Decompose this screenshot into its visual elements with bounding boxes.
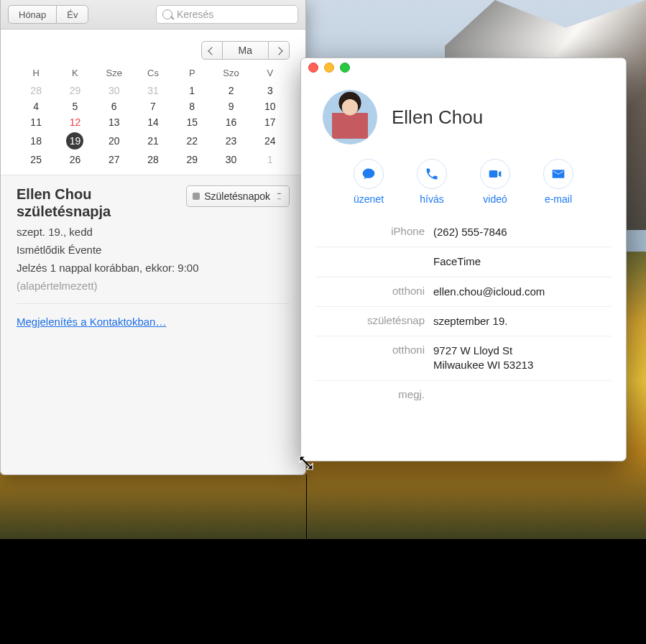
calendar-day[interactable]: 16 (211, 114, 250, 130)
day-header: P (172, 67, 211, 83)
calendar-day[interactable]: 31 (134, 83, 172, 98)
contact-row: FaceTime (315, 247, 612, 276)
calendar-select[interactable]: Születésnapok (186, 185, 290, 207)
calendar-day[interactable]: 30 (211, 152, 250, 167)
calendar-day[interactable]: 23 (211, 130, 250, 152)
calendar-day[interactable]: 13 (95, 114, 134, 130)
calendar-toolbar: Hónap Év Keresés (1, 0, 305, 29)
event-title: Ellen Chou születésnapja (17, 185, 177, 220)
calendar-day[interactable]: 29 (172, 152, 211, 167)
next-month-button[interactable] (268, 41, 290, 60)
field-value[interactable]: (262) 555-7846 (433, 225, 612, 239)
calendar-day[interactable]: 11 (17, 114, 55, 130)
calendar-day[interactable]: 2 (211, 83, 250, 98)
contact-actions: üzenet hívás videó e-mail (301, 155, 626, 218)
window-minimize-button[interactable] (324, 63, 334, 73)
field-label: otthoni (315, 344, 433, 356)
window-close-button[interactable] (308, 63, 318, 73)
action-email[interactable]: e-mail (543, 159, 573, 205)
calendar-day[interactable]: 14 (134, 114, 172, 130)
calendar-day[interactable]: 30 (95, 83, 134, 98)
calendar-day[interactable]: 27 (95, 152, 134, 167)
calendar-select-label: Születésnapok (204, 190, 270, 202)
event-alert-default: (alapértelmezett) (17, 280, 290, 292)
search-icon (162, 9, 172, 19)
calendar-day[interactable]: 1 (251, 152, 290, 167)
phone-icon (417, 159, 447, 189)
show-in-contacts-link[interactable]: Megjelenítés a Kontaktokban… (17, 316, 166, 328)
letterbox (0, 540, 646, 644)
calendar-day[interactable]: 22 (172, 130, 211, 152)
window-zoom-button[interactable] (340, 63, 350, 73)
contact-header: Ellen Chou (301, 77, 626, 155)
calendar-day[interactable]: 5 (55, 98, 94, 114)
calendar-day[interactable]: 29 (55, 83, 94, 98)
mini-calendar: Ma HKSzeCsPSzoV 282930311234567891011121… (1, 29, 305, 175)
divider (17, 303, 290, 304)
email-icon (543, 159, 573, 189)
event-date: szept. 19., kedd (17, 226, 290, 238)
window-titlebar (301, 58, 626, 77)
calendar-day[interactable]: 7 (134, 98, 172, 114)
chevron-left-icon (208, 47, 216, 55)
calendar-day[interactable]: 6 (95, 98, 134, 114)
calendar-day[interactable]: 15 (172, 114, 211, 130)
calendar-day[interactable]: 21 (134, 130, 172, 152)
field-label: megj. (315, 388, 433, 400)
contact-row: megj. (315, 380, 612, 408)
calendar-day[interactable]: 28 (134, 152, 172, 167)
calendar-color-swatch (193, 193, 200, 200)
view-switcher: Hónap Év (8, 5, 88, 24)
today-button[interactable]: Ma (223, 41, 268, 60)
action-call[interactable]: hívás (417, 159, 447, 205)
action-video-label: videó (483, 193, 507, 205)
contact-row: otthoniellen.chou@icloud.com (315, 277, 612, 306)
month-grid: HKSzeCsPSzoV 282930311234567891011121314… (17, 67, 290, 167)
calendar-day[interactable]: 28 (17, 83, 55, 98)
calendar-day[interactable]: 10 (251, 98, 290, 114)
field-value[interactable]: FaceTime (433, 254, 612, 269)
prev-month-button[interactable] (201, 41, 223, 60)
field-label: születésnap (315, 314, 433, 326)
field-value[interactable]: ellen.chou@icloud.com (433, 285, 612, 299)
calendar-day[interactable]: 12 (55, 114, 94, 130)
contact-row: születésnapszeptember 19. (315, 306, 612, 336)
calendar-day[interactable]: 8 (172, 98, 211, 114)
calendar-day[interactable]: 25 (17, 152, 55, 167)
calendar-day[interactable]: 1 (172, 83, 211, 98)
event-details: Ellen Chou születésnapja Születésnapok s… (1, 175, 305, 339)
calendar-day[interactable]: 17 (251, 114, 290, 130)
contact-row: otthoni9727 W Lloyd St Milwaukee WI 5321… (315, 336, 612, 380)
contacts-window: Ellen Chou üzenet hívás videó e-mail (300, 58, 627, 461)
calendar-day[interactable]: 3 (251, 83, 290, 98)
field-value[interactable]: 9727 W Lloyd St Milwaukee WI 53213 (433, 344, 612, 373)
calendar-nav: Ma (17, 41, 290, 60)
day-header: Szo (211, 67, 250, 83)
action-message-label: üzenet (354, 193, 384, 205)
contact-fields: iPhone(262) 555-7846FaceTimeotthoniellen… (301, 218, 626, 422)
view-year-button[interactable]: Év (56, 5, 88, 24)
day-header: Cs (134, 67, 172, 83)
video-icon (480, 159, 510, 189)
contact-row: iPhone(262) 555-7846 (315, 218, 612, 247)
day-header: V (251, 67, 290, 83)
action-message[interactable]: üzenet (354, 159, 384, 205)
field-label: iPhone (315, 225, 433, 237)
event-alert: Jelzés 1 nappal korábban, ekkor: 9:00 (17, 262, 290, 274)
calendar-day[interactable]: 19 (55, 130, 94, 152)
view-month-button[interactable]: Hónap (8, 5, 56, 24)
calendar-day[interactable]: 26 (55, 152, 94, 167)
calendar-day[interactable]: 24 (251, 130, 290, 152)
calendar-day[interactable]: 20 (95, 130, 134, 152)
calendar-day[interactable]: 4 (17, 98, 55, 114)
search-input[interactable]: Keresés (156, 5, 298, 24)
calendar-day[interactable]: 9 (211, 98, 250, 114)
avatar[interactable] (323, 90, 377, 144)
search-placeholder: Keresés (177, 9, 213, 20)
action-video[interactable]: videó (480, 159, 510, 205)
calendar-day[interactable]: 18 (17, 130, 55, 152)
day-header: H (17, 67, 55, 83)
day-header: Sze (95, 67, 134, 83)
field-value[interactable]: szeptember 19. (433, 314, 612, 328)
message-icon (354, 159, 384, 189)
